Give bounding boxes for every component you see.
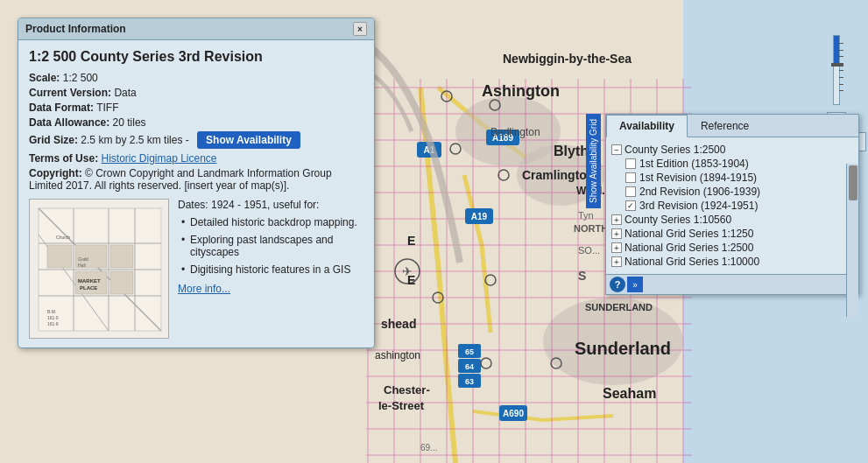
more-info-link[interactable]: More info... [178, 283, 230, 295]
scroll-thumb[interactable] [849, 165, 857, 200]
expand-ng-10000[interactable]: + [611, 256, 622, 267]
tree-item-ng-10000[interactable]: + National Grid Series 1:10000 [610, 255, 855, 269]
tab-reference[interactable]: Reference [688, 115, 762, 137]
show-availability-button[interactable]: Show Availability [197, 131, 300, 149]
tree-item-county-10560[interactable]: + County Series 1:10560 [610, 213, 855, 227]
svg-text:S: S [578, 269, 586, 283]
grid-size-label: Grid Size: [29, 134, 78, 146]
allowance-row: Data Allowance: 20 tiles [29, 116, 363, 129]
tree-item-2nd-revision[interactable]: 2nd Revision (1906-1939) [624, 185, 855, 199]
checkbox-2nd-revision[interactable] [625, 186, 636, 197]
scroll-bar[interactable] [846, 164, 858, 317]
svg-text:Ashington: Ashington [482, 82, 560, 100]
checkbox-1st-revision[interactable] [625, 172, 636, 183]
ng-2500-label: National Grid Series 1:2500 [625, 242, 753, 254]
svg-text:Blyth: Blyth [554, 144, 589, 158]
side-buttons-container: Show Availability Grid [586, 114, 601, 208]
svg-text:E: E [407, 273, 415, 287]
county-2500-children: 1st Edition (1853-1904) 1st Revision (18… [624, 157, 855, 213]
zoom-tick-3 [839, 56, 843, 57]
checkbox-1st-edition[interactable] [625, 158, 636, 169]
uses-list: Detailed historic backdrop mapping. Expl… [178, 216, 363, 276]
map-thumbnail: Church Guild Hall MARKET PLACE B.M. 161·… [29, 199, 169, 339]
version-label: Current Version: [29, 87, 111, 99]
svg-text:A19: A19 [471, 212, 488, 221]
version-value: Data [114, 87, 136, 99]
panel-title: Product Information [25, 23, 126, 35]
svg-text:shead: shead [381, 317, 416, 331]
svg-text:ashington: ashington [375, 349, 420, 361]
close-button[interactable]: × [353, 22, 367, 36]
expand-ng-2500[interactable]: + [611, 242, 622, 253]
svg-text:E: E [407, 234, 415, 248]
show-availability-grid-button[interactable]: Show Availability Grid [586, 114, 601, 208]
terms-link[interactable]: Historic Digimap Licence [101, 152, 216, 165]
zoom-tick-5 [839, 77, 843, 78]
show-avail-grid-label: Show Availability Grid [589, 119, 598, 203]
zoom-handle[interactable] [831, 63, 843, 67]
format-value: TIFF [96, 102, 118, 114]
expand-ng-1250[interactable]: + [611, 228, 622, 239]
allowance-label: Data Allowance: [29, 116, 109, 129]
zoom-tick-6 [839, 84, 843, 85]
svg-text:161·0: 161·0 [47, 315, 59, 320]
svg-text:63: 63 [465, 377, 474, 386]
svg-text:A690: A690 [503, 409, 524, 418]
svg-rect-91 [47, 245, 72, 268]
tree-item-county-2500[interactable]: − County Series 1:2500 [610, 143, 855, 157]
product-title: 1:2 500 County Series 3rd Revision [29, 49, 363, 65]
county-2500-label: County Series 1:2500 [625, 144, 725, 156]
svg-text:69...: 69... [420, 443, 437, 452]
zoom-tick-1 [839, 43, 843, 44]
map-description: Dates: 1924 - 1951, useful for: Detailed… [178, 199, 363, 339]
avail-footer: ? » [606, 274, 858, 294]
svg-text:161·9: 161·9 [47, 321, 59, 326]
ng-1250-label: National Grid Series 1:1250 [625, 228, 753, 240]
tree-item-1st-revision[interactable]: 1st Revision (1894-1915) [624, 171, 855, 185]
terms-row: Terms of Use: Historic Digimap Licence [29, 152, 363, 165]
svg-text:le-Street: le-Street [378, 399, 425, 412]
format-label: Data Format: [29, 102, 94, 114]
svg-text:Newbiggin-by-the-Sea: Newbiggin-by-the-Sea [503, 52, 632, 66]
svg-text:PLACE: PLACE [80, 285, 97, 291]
availability-panel: Availability Reference − County Series 1… [605, 114, 859, 295]
scale-row: Scale: 1:2 500 [29, 72, 363, 84]
copyright-label: Copyright: [29, 167, 82, 179]
allowance-value: 20 tiles [113, 116, 146, 129]
use-item-1: Detailed historic backdrop mapping. [178, 216, 363, 228]
zoom-tick-4 [839, 70, 843, 71]
expand-county-2500[interactable]: − [611, 144, 622, 155]
tab-availability[interactable]: Availability [606, 115, 688, 137]
svg-text:Seaham: Seaham [603, 386, 656, 401]
scale-value: 1:2 500 [63, 72, 98, 84]
svg-text:Tyn: Tyn [578, 210, 594, 221]
terms-label: Terms of Use: [29, 152, 98, 165]
help-icon[interactable]: ? [610, 277, 625, 292]
svg-text:Sunderland: Sunderland [575, 339, 671, 358]
1st-edition-label: 1st Edition (1853-1904) [639, 158, 749, 170]
svg-text:NORTH: NORTH [574, 223, 608, 234]
product-info-panel: Product Information × 1:2 500 County Ser… [18, 18, 375, 348]
scale-label: Scale: [29, 72, 60, 84]
zoom-slider[interactable] [833, 35, 840, 105]
panel-header: Product Information × [18, 18, 374, 40]
dates-text: Dates: 1924 - 1951, useful for: [178, 199, 363, 211]
svg-text:SO...: SO... [578, 245, 600, 256]
1st-revision-label: 1st Revision (1894-1915) [639, 172, 757, 184]
checkbox-3rd-revision[interactable] [625, 200, 636, 211]
ng-10000-label: National Grid Series 1:10000 [625, 256, 759, 268]
expand-all-icon[interactable]: » [627, 277, 643, 292]
svg-text:65: 65 [465, 347, 474, 356]
svg-text:Bedlington: Bedlington [490, 126, 540, 138]
county-10560-label: County Series 1:10560 [625, 214, 731, 226]
tree-item-3rd-revision[interactable]: 3rd Revision (1924-1951) [624, 199, 855, 213]
expand-county-10560[interactable]: + [611, 214, 622, 225]
svg-text:Chester-: Chester- [384, 383, 430, 396]
tree-item-1st-edition[interactable]: 1st Edition (1853-1904) [624, 157, 855, 171]
use-item-2: Exploring past landscapes and cityscapes [178, 234, 363, 258]
svg-text:Hall: Hall [78, 263, 86, 268]
tree-item-ng-2500[interactable]: + National Grid Series 1:2500 [610, 241, 855, 255]
grid-size-value: 2.5 km by 2.5 km tiles - [81, 134, 188, 146]
tree-item-ng-1250[interactable]: + National Grid Series 1:1250 [610, 227, 855, 241]
2nd-revision-label: 2nd Revision (1906-1939) [639, 186, 760, 198]
